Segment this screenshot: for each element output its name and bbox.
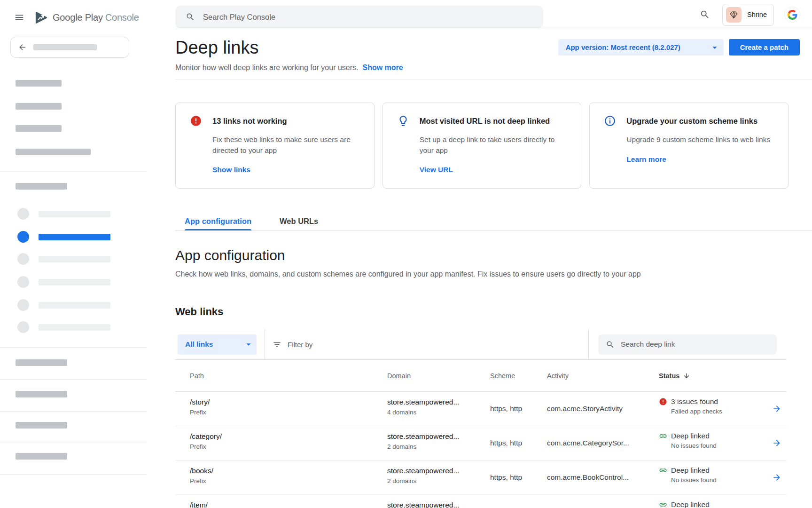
row-domain: store.steampowered... <box>387 432 490 441</box>
deep-link-search-input[interactable] <box>621 340 777 349</box>
sidebar-divider <box>0 171 147 172</box>
sidebar-divider <box>0 474 147 475</box>
global-search[interactable] <box>175 6 543 28</box>
insight-cards: 13 links not working Fix these web links… <box>175 103 789 189</box>
card-title: Most visited URL is not deep linked <box>420 117 550 126</box>
sidebar-skeleton-bar <box>16 80 62 87</box>
card-title: Upgrade your custom scheme links <box>626 117 757 126</box>
sidebar-header: Google PlayConsole <box>14 8 139 26</box>
row-path: /story/ <box>190 398 387 406</box>
row-scheme: https, http <box>490 405 547 413</box>
row-activity: com.acme.CategorySor... <box>547 439 659 447</box>
link-icon <box>659 432 667 440</box>
row-domain-count: 2 domains <box>387 477 490 484</box>
global-search-input[interactable] <box>203 13 543 22</box>
back-button[interactable] <box>10 37 129 58</box>
lightbulb-icon <box>397 115 409 127</box>
main-area: Shrine Deep links Monitor how well deep … <box>147 0 812 508</box>
row-domain: store.steampowered... <box>387 467 490 475</box>
show-links-link[interactable]: Show links <box>212 166 250 174</box>
column-header-status[interactable]: Status <box>659 372 767 380</box>
sidebar-nav-item-active[interactable] <box>17 231 110 243</box>
topbar: Shrine <box>147 0 812 29</box>
column-header-scheme[interactable]: Scheme <box>490 372 547 380</box>
row-status: Deep linked <box>671 432 710 440</box>
topbar-right: Shrine <box>700 0 800 29</box>
search-icon <box>186 12 195 22</box>
shrine-app-tile <box>726 7 742 23</box>
row-path: /item/ <box>190 501 387 508</box>
row-domain: store.steampowered... <box>387 501 490 508</box>
row-path-type: Prefix <box>190 477 387 484</box>
row-status: Deep linked <box>671 500 710 508</box>
tab-app-configuration[interactable]: App configuration <box>185 212 251 230</box>
row-domain-count: 2 domains <box>387 443 490 450</box>
row-domain-count: 4 domains <box>387 409 490 416</box>
info-icon <box>604 115 616 127</box>
view-url-link[interactable]: View URL <box>420 166 453 174</box>
create-patch-button[interactable]: Create a patch <box>729 39 800 56</box>
sidebar-divider <box>0 411 147 412</box>
filter-icon <box>273 340 281 349</box>
sidebar-nav-item[interactable] <box>17 253 110 265</box>
column-header-activity[interactable]: Activity <box>547 372 659 380</box>
learn-more-link[interactable]: Learn more <box>626 155 666 163</box>
diamond-icon <box>729 10 738 19</box>
table-row[interactable]: /story/ Prefix store.steampowered... 4 d… <box>175 392 786 426</box>
column-header-path[interactable]: Path <box>175 372 387 380</box>
web-links-table: Path Domain Scheme Activity Status /stor… <box>175 360 786 508</box>
sidebar-nav-item[interactable] <box>17 208 110 220</box>
row-status: 3 issues found <box>671 397 718 406</box>
sidebar-skeleton-bar <box>16 422 67 429</box>
sidebar: Google PlayConsole <box>0 0 147 508</box>
sidebar-nav-item[interactable] <box>17 321 110 333</box>
table-row[interactable]: /item/ store.steampowered... Deep linked <box>175 495 786 508</box>
card-upgrade-schemes: Upgrade your custom scheme links Upgrade… <box>589 103 789 189</box>
sidebar-skeleton-bar <box>16 149 91 155</box>
sidebar-skeleton-bar <box>16 359 67 366</box>
row-path-type: Prefix <box>190 443 387 450</box>
sidebar-skeleton-bar <box>16 391 67 397</box>
table-row[interactable]: /category/ Prefix store.steampowered... … <box>175 426 786 460</box>
card-title: 13 links not working <box>212 117 287 126</box>
tab-web-urls[interactable]: Web URLs <box>280 212 318 230</box>
row-domain: store.steampowered... <box>387 398 490 406</box>
column-header-domain[interactable]: Domain <box>387 372 490 380</box>
arrow-forward-icon[interactable] <box>772 473 781 482</box>
row-activity: com.acme.StoryActivity <box>547 405 659 413</box>
search-icon[interactable] <box>700 9 710 20</box>
link-icon <box>659 500 667 508</box>
filter-by-button[interactable]: Filter by <box>273 340 312 349</box>
row-scheme: https, http <box>490 473 547 482</box>
row-status-detail: Failed app checks <box>671 408 767 415</box>
sidebar-nav-item[interactable] <box>17 299 110 311</box>
row-path: /books/ <box>190 467 387 475</box>
app-version-dropdown[interactable]: App version: Most recent (8.2.027) <box>558 39 724 56</box>
header-actions: App version: Most recent (8.2.027) Creat… <box>558 39 800 56</box>
table-row[interactable]: /books/ Prefix store.steampowered... 2 d… <box>175 460 786 495</box>
card-body: Set up a deep link to take users directl… <box>420 135 564 156</box>
menu-icon[interactable] <box>14 12 24 23</box>
table-header: Path Domain Scheme Activity Status <box>175 360 786 392</box>
page-subtitle: Monitor how well deep links are working … <box>175 64 812 72</box>
web-links-toolbar: All links Filter by <box>175 329 786 360</box>
play-console-logo: Google PlayConsole <box>34 10 139 25</box>
toolbar-divider <box>265 329 265 359</box>
row-status-detail: No issues found <box>671 476 767 484</box>
links-filter-select[interactable]: All links <box>178 334 257 355</box>
search-icon <box>606 340 615 349</box>
row-scheme: https, http <box>490 439 547 447</box>
app-name-skeleton <box>33 44 97 50</box>
arrow-forward-icon[interactable] <box>772 438 781 448</box>
deep-link-search[interactable] <box>598 334 777 355</box>
sidebar-nav-item[interactable] <box>17 276 110 288</box>
row-activity: com.acme.BookControl... <box>547 473 659 482</box>
sidebar-skeleton-bar <box>16 103 62 110</box>
arrow-forward-icon[interactable] <box>772 404 781 413</box>
toolbar-divider <box>588 329 589 359</box>
app-switcher-chip[interactable]: Shrine <box>722 4 774 26</box>
account-avatar[interactable] <box>784 7 800 23</box>
show-more-link[interactable]: Show more <box>363 64 403 72</box>
row-path-type: Prefix <box>190 409 387 416</box>
sidebar-skeleton-bar <box>16 125 62 132</box>
